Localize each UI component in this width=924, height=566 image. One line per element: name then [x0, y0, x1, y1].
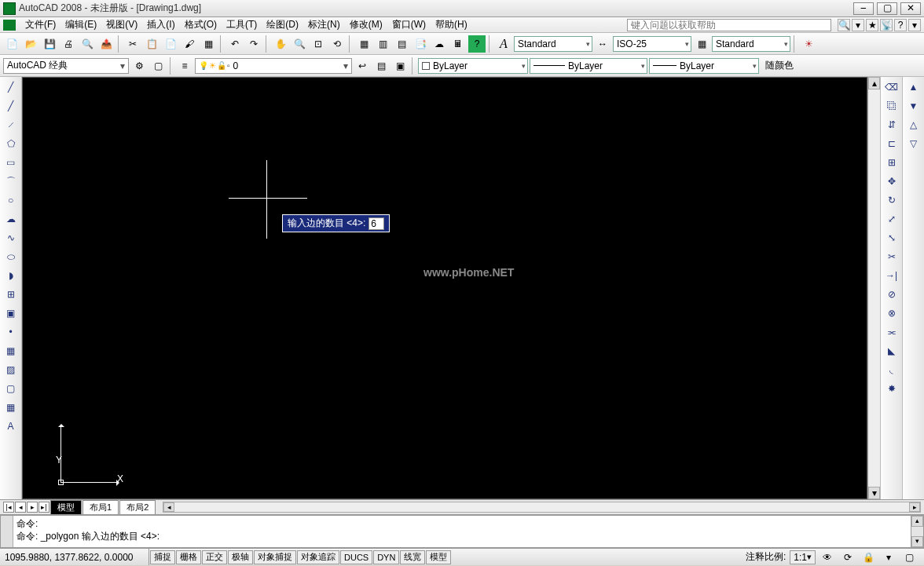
menu-tools[interactable]: 工具(T)	[222, 18, 262, 31]
cmd-scroll-up-icon[interactable]: ▴	[911, 516, 923, 527]
menu-modify[interactable]: 修改(M)	[345, 18, 387, 31]
menu-help[interactable]: 帮助(H)	[431, 18, 472, 31]
send-back-icon[interactable]: ▼	[904, 97, 923, 115]
statusbar-lock-icon[interactable]: 🔒	[860, 549, 877, 566]
erase-icon[interactable]: ⌫	[882, 79, 901, 96]
collapse-icon[interactable]: ▾	[908, 19, 921, 31]
command-text[interactable]: 命令: 命令: _polygon 输入边的数目 <4>:	[13, 516, 911, 547]
otrack-toggle[interactable]: 对象追踪	[297, 550, 339, 564]
open-icon[interactable]: 📂	[22, 35, 39, 53]
properties-icon[interactable]: ▦	[355, 35, 372, 53]
array-icon[interactable]: ⊞	[882, 154, 901, 171]
command-line-handle[interactable]	[1, 516, 13, 547]
help-icon[interactable]: ?	[894, 19, 907, 31]
comm-center-icon[interactable]: 📡	[880, 19, 893, 31]
rectangle-icon[interactable]: ▭	[2, 154, 20, 171]
calc-icon[interactable]: 🖩	[449, 35, 467, 53]
preview-icon[interactable]: 🔍	[79, 35, 96, 53]
copy-obj-icon[interactable]: ⿻	[882, 97, 901, 115]
search-icon[interactable]: 🔍	[838, 19, 850, 31]
workspace-settings-icon[interactable]: ⚙	[130, 57, 148, 75]
extend-icon[interactable]: →|	[882, 267, 901, 284]
table-icon[interactable]: ▦	[2, 399, 20, 416]
pan-icon[interactable]: ✋	[272, 35, 289, 53]
info-center-dropdown-icon[interactable]: ▾	[852, 19, 864, 31]
polar-toggle[interactable]: 极轴	[228, 550, 253, 564]
print-icon[interactable]: 🖨	[60, 35, 77, 53]
linetype-dropdown[interactable]: ByLayer	[530, 58, 647, 74]
layer-states-icon[interactable]: ▤	[372, 57, 390, 75]
layer-iso-icon[interactable]: ▣	[391, 57, 409, 75]
menu-window[interactable]: 窗口(W)	[387, 18, 431, 31]
scale-icon[interactable]: ⤢	[882, 210, 901, 228]
ellipse-arc-icon[interactable]: ◗	[2, 267, 20, 284]
bring-above-icon[interactable]: △	[904, 116, 923, 133]
lwt-toggle[interactable]: 线宽	[400, 550, 425, 564]
close-button[interactable]: ✕	[900, 2, 921, 15]
annotation-visibility-icon[interactable]: 👁	[819, 549, 836, 566]
scroll-up-icon[interactable]: ▴	[868, 77, 880, 89]
text-style-icon[interactable]: A	[495, 35, 512, 53]
menu-dimension[interactable]: 标注(N)	[303, 18, 345, 31]
dim-style-icon[interactable]: ↔	[594, 35, 611, 53]
vertical-scrollbar[interactable]: ▴ ▾	[867, 77, 880, 499]
scroll-right-icon[interactable]: ▸	[909, 502, 920, 512]
polyline-icon[interactable]: ⟋	[2, 116, 20, 133]
horizontal-scrollbar[interactable]: ◂ ▸	[163, 502, 921, 513]
break-icon[interactable]: ⊗	[882, 305, 901, 322]
ortho-toggle[interactable]: 正交	[202, 550, 227, 564]
zoom-realtime-icon[interactable]: 🔍	[291, 35, 308, 53]
menu-draw[interactable]: 绘图(D)	[262, 18, 303, 31]
revcloud-icon[interactable]: ☁	[2, 210, 20, 228]
statusbar-menu-icon[interactable]: ▾	[880, 549, 897, 566]
polygon-icon[interactable]: ⬠	[2, 135, 20, 152]
region-icon[interactable]: ▢	[2, 380, 20, 397]
minimize-button[interactable]: ‒	[853, 2, 874, 15]
osnap-toggle[interactable]: 对象捕捉	[254, 550, 296, 564]
dim-style-dropdown[interactable]: ISO-25	[613, 36, 691, 52]
publish-icon[interactable]: 📤	[97, 35, 115, 53]
move-icon[interactable]: ✥	[882, 173, 901, 190]
grid-toggle[interactable]: 栅格	[176, 550, 201, 564]
model-toggle[interactable]: 模型	[426, 550, 451, 564]
coordinates-display[interactable]: 1095.9880, 1377.8622, 0.0000	[0, 549, 149, 565]
markup-icon[interactable]: ☁	[431, 35, 448, 53]
send-under-icon[interactable]: ▽	[904, 135, 923, 152]
tab-layout1[interactable]: 布局1	[82, 500, 119, 514]
sheet-set-icon[interactable]: 📑	[412, 35, 429, 53]
cut-icon[interactable]: ✂	[124, 35, 141, 53]
annotation-autoscale-icon[interactable]: ⟳	[839, 549, 856, 566]
stretch-icon[interactable]: ⤡	[882, 229, 901, 246]
spline-icon[interactable]: ∿	[2, 229, 20, 246]
tab-prev-icon[interactable]: ◂	[15, 502, 26, 513]
command-line[interactable]: 命令: 命令: _polygon 输入边的数目 <4>: ▴ ▾	[0, 515, 924, 548]
command-scrollbar[interactable]: ▴ ▾	[911, 516, 923, 547]
explode-icon[interactable]: ✸	[882, 380, 901, 397]
color-dropdown[interactable]: ByLayer	[418, 58, 528, 74]
workspace-dropdown[interactable]: AutoCAD 经典	[3, 58, 129, 74]
dyn-toggle[interactable]: DYN	[373, 550, 399, 564]
fillet-icon[interactable]: ◟	[882, 361, 901, 378]
text-style-dropdown[interactable]: Standard	[514, 36, 592, 52]
menu-insert[interactable]: 插入(I)	[142, 18, 179, 31]
ellipse-icon[interactable]: ⬭	[2, 248, 20, 265]
table-style-dropdown[interactable]: Standard	[712, 36, 790, 52]
zoom-previous-icon[interactable]: ⟲	[328, 35, 346, 53]
scroll-down-icon[interactable]: ▾	[868, 487, 880, 499]
cmd-scroll-down-icon[interactable]: ▾	[911, 536, 923, 547]
tool-palettes-icon[interactable]: ▤	[393, 35, 410, 53]
snap-toggle[interactable]: 捕捉	[150, 550, 175, 564]
chamfer-icon[interactable]: ◣	[882, 342, 901, 360]
arc-icon[interactable]: ⌒	[2, 173, 20, 190]
layer-previous-icon[interactable]: ↩	[354, 57, 371, 75]
maximize-button[interactable]: ▢	[877, 2, 897, 15]
layer-dropdown[interactable]: 💡 ☀ 🔓 ▫ 0	[195, 58, 352, 74]
copy-icon[interactable]: 📋	[143, 35, 160, 53]
drawing-canvas[interactable]: 输入边的数目 <4>: 6 www.pHome.NET Y X	[22, 77, 867, 499]
help-toolbar-icon[interactable]: ?	[468, 35, 486, 53]
bring-front-icon[interactable]: ▲	[904, 79, 923, 96]
help-search-input[interactable]	[627, 19, 831, 31]
menu-view[interactable]: 视图(V)	[101, 18, 142, 31]
doc-icon[interactable]	[3, 20, 16, 31]
gradient-icon[interactable]: ▨	[2, 361, 20, 378]
